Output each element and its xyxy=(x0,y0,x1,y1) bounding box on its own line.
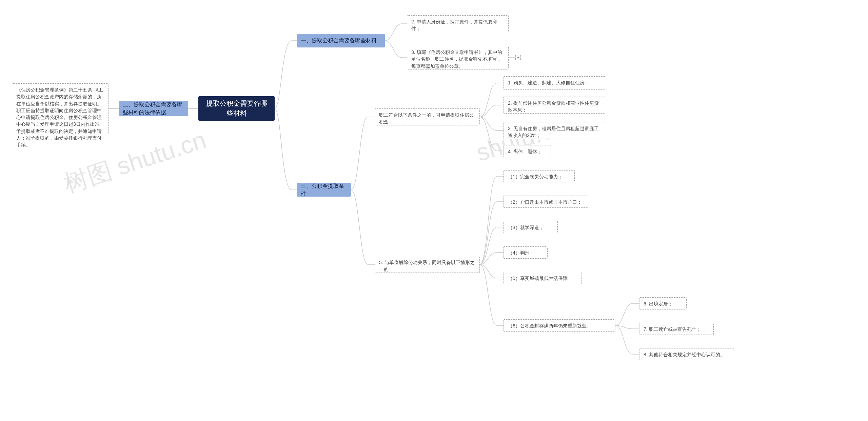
branch-2-legal-basis[interactable]: 二、提取公积金需要备哪些材料的法律依据 xyxy=(119,101,188,116)
group-a-item-1-text: 1. 购买、建造、翻建、大修自住住房； xyxy=(508,80,589,85)
branch-1-item-3[interactable]: 3. 填写《住房公积金支取申请书》，其中的单位名称、职工姓名，提取金额先不填写，… xyxy=(407,46,509,69)
mindmap-root[interactable]: 提取公积金需要备哪些材料 xyxy=(198,96,275,121)
group-b-item-5-text: （5）享受城镇最低生活保障； xyxy=(508,276,572,281)
extra-item-6-text: 6. 出境定居； xyxy=(644,301,673,306)
branch-3-title: 三、公积金提取条件 xyxy=(301,182,347,198)
group-b-item-2[interactable]: （2）户口迁出本市或非本市户口； xyxy=(504,196,588,208)
branch-2-detail-text: 《住房公积金管理条例》第二十五条 职工提取住房公积金账户内的存储余额的，所在单位… xyxy=(16,87,103,147)
extra-item-7-text: 7. 职工死亡或被宣告死亡； xyxy=(644,326,701,332)
group-b-item-1[interactable]: （1）完全丧失劳动能力； xyxy=(504,170,575,182)
group-b-item-6-text: （6）公积金封存满两年仍未重新就业。 xyxy=(508,323,591,328)
branch-2-title: 二、提取公积金需要备哪些材料的法律依据 xyxy=(123,101,184,116)
group-a-item-1[interactable]: 1. 购买、建造、翻建、大修自住住房； xyxy=(504,76,605,90)
group-b-header-text: 5. 与单位解除劳动关系，同时具备以下情形之一的： xyxy=(379,260,475,272)
group-b-item-2-text: （2）户口迁出本市或非本市户口； xyxy=(508,199,582,205)
group-a-item-3-text: 3. 无自有住房，租房居住且房租超过家庭工资收入的20%； xyxy=(508,126,599,138)
group-b-item-1-text: （1）完全丧失劳动能力； xyxy=(508,174,563,179)
group-b-item-4[interactable]: （4）判刑； xyxy=(504,246,548,259)
group-a-header-text: 职工符合以下条件之一的，可申请提取住房公积金： xyxy=(379,112,474,124)
extra-item-7[interactable]: 7. 职工死亡或被宣告死亡； xyxy=(639,323,714,335)
group-a-header[interactable]: 职工符合以下条件之一的，可申请提取住房公积金： xyxy=(375,108,480,125)
group-b-item-3-text: （3）就学深造； xyxy=(508,225,544,230)
group-a-item-4[interactable]: 4. 离休、退休； xyxy=(504,145,551,157)
branch-1-item-3-text: 3. 填写《住房公积金支取申请书》，其中的单位名称、职工姓名，提取金额先不填写，… xyxy=(411,49,502,69)
branch-1-materials[interactable]: 一、提取公积金需要备哪些材料 xyxy=(297,34,385,47)
extra-item-8-text: 8. 其他符合相关规定并经中心认可的。 xyxy=(644,352,725,357)
branch-1-title: 一、提取公积金需要备哪些材料 xyxy=(301,37,377,44)
group-b-item-6[interactable]: （6）公积金封存满两年仍未重新就业。 xyxy=(504,319,615,332)
branch-3-conditions[interactable]: 三、公积金提取条件 xyxy=(297,183,351,197)
group-a-item-4-text: 4. 离休、退休； xyxy=(508,149,542,154)
group-b-header[interactable]: 5. 与单位解除劳动关系，同时具备以下情形之一的： xyxy=(375,256,480,273)
extra-item-6[interactable]: 6. 出境定居； xyxy=(639,297,687,309)
group-a-item-2[interactable]: 2. 提前偿还住房公积金贷款和商业性住房贷款本息； xyxy=(504,97,605,114)
group-b-item-4-text: （4）判刑； xyxy=(508,250,534,256)
group-b-item-5[interactable]: （5）享受城镇最低生活保障； xyxy=(504,272,581,284)
root-title: 提取公积金需要备哪些材料 xyxy=(203,99,270,118)
group-a-item-2-text: 2. 提前偿还住房公积金贷款和商业性住房贷款本息； xyxy=(508,100,599,113)
branch-1-item-2[interactable]: 2. 申请人身份证，携带原件，并提供复印件； xyxy=(407,15,509,32)
branch-2-detail[interactable]: 《住房公积金管理条例》第二十五条 职工提取住房公积金账户内的存储余额的，所在单位… xyxy=(12,83,108,134)
branch-1-item-2-text: 2. 申请人身份证，携带原件，并提供复印件； xyxy=(411,19,497,31)
expand-toggle-icon[interactable] xyxy=(515,55,521,60)
extra-item-8[interactable]: 8. 其他符合相关规定并经中心认可的。 xyxy=(639,348,734,360)
group-b-item-3[interactable]: （3）就学深造； xyxy=(504,221,558,233)
group-a-item-3[interactable]: 3. 无自有住房，租房居住且房租超过家庭工资收入的20%； xyxy=(504,122,605,139)
watermark-text: shutu.cn xyxy=(473,112,569,167)
